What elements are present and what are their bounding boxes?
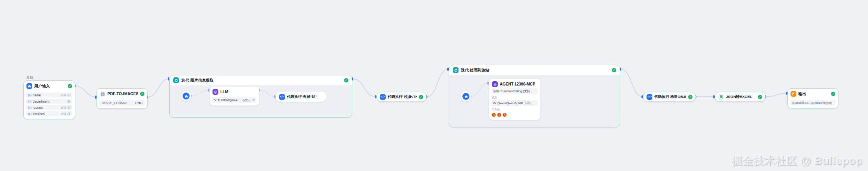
file-list-icon [67,112,70,115]
node-title: 代码执行 去掉"站" [287,94,323,99]
robot-icon [492,81,498,87]
model-selector[interactable]: Qwen/Qwen3-14B CHAT [492,100,538,106]
mcp-tool-clock-icon[interactable] [492,113,496,117]
model-settings-icon[interactable] [252,98,255,101]
node-llm[interactable]: LLM THUDM/glm-4.1v... CHAT [209,86,259,106]
variable-name: department [33,99,49,103]
success-check-icon: ✓ [612,68,616,72]
input-field-reason[interactable]: (x) reason 必填 [26,105,72,110]
required-label: 必填 [61,93,66,97]
watermark-text: 掘金技术社区 @ Bullepop [732,154,863,168]
iteration-icon [453,67,459,73]
model-selector[interactable]: THUDM/glm-4.1v... CHAT [212,97,257,103]
param-row-image-format[interactable]: IMAGE_FORMAT PNG [99,100,145,106]
home-icon [183,92,190,99]
output-flag-icon [791,91,796,97]
code-icon: </> [380,94,386,100]
success-check-icon: ✓ [68,84,72,88]
ref-variable: (x)files [811,101,820,105]
node-title: 代码执行 构造OBJECT [654,94,686,99]
model-provider-icon [493,101,496,105]
model-type-tag: CHAT [242,98,251,102]
home-icon [26,83,32,89]
strategy-value: FunctionCalling (支持 MCP ... [501,89,536,93]
code-icon: </> [279,94,285,100]
success-check-icon: ✓ [419,95,423,99]
tools-label: 工具箱 [492,108,538,112]
node-code-filter-think[interactable]: </> 代码执行 过滤<THINK> ✓ [376,92,427,102]
input-field-invoices[interactable]: (x) invoices 必填 [26,111,72,116]
edge-user-input-to-pdf[interactable] [75,86,96,97]
model-type-tag: CHAT [524,101,533,105]
input-field-department[interactable]: (x) department [26,99,72,104]
node-user-input[interactable]: 用户输入 ✓ (x) name 必填 (x) department [23,80,75,119]
success-check-icon: ✓ [688,95,692,99]
required-label: 必填 [61,112,66,116]
iteration-icon [173,77,179,83]
start-group-label: 开始 [26,75,33,80]
node-code-remove-station[interactable]: </> 代码执行 去掉"站" [276,92,327,102]
iteration-start-node[interactable] [181,91,191,101]
edge-iteration-extract-to-filter-think[interactable] [353,79,376,97]
node-json-to-excel[interactable]: JSON转EXCEL ✓ [715,92,766,102]
node-agent-12306-mcp[interactable]: AGENT 12306-MCP 策略 FunctionCalling (支持 M… [489,79,541,120]
image-tool-icon [100,91,105,97]
node-pdf-to-images[interactable]: PDF-TO-IMAGES ✓ IMAGE_FORMAT PNG [97,88,148,109]
success-check-icon: ✓ [344,78,348,82]
param-key: IMAGE_FORMAT [102,101,128,105]
ref-source-node: (x)Json转Ex... [792,101,810,105]
node-title: LLM [220,90,256,94]
variable-prefix: (x) [28,93,32,97]
agent-strategy[interactable]: 策略 FunctionCalling (支持 MCP ... [492,88,538,94]
node-title: 代码执行 过滤<THINK> [388,94,417,99]
node-code-build-object[interactable]: </> 代码执行 构造OBJECT ✓ [643,92,696,102]
variable-name: reason [33,106,43,110]
node-title: PDF-TO-IMAGES [107,92,138,96]
edge-json-excel-to-output[interactable] [766,93,787,97]
edges-layer [0,0,868,171]
node-title: AGENT 12306-MCP [500,82,538,86]
edge-iteration-arrival-to-build-object[interactable] [620,69,643,97]
variable-name: name [33,93,41,97]
edge-pdf-to-iteration-extract[interactable] [148,79,169,97]
agent-tools [492,113,538,117]
model-name: THUDM/glm-4.1v... [218,98,241,102]
node-title: JSON转EXCEL [726,94,756,99]
node-output[interactable]: 输出 ✓ (x)Json转Ex... (x)files Array[file] [787,88,838,108]
node-title: 输出 [798,91,829,97]
table-icon [718,94,724,100]
required-label: 必填 [61,106,66,110]
success-check-icon: ✓ [831,92,835,96]
success-check-icon: ✓ [140,92,144,96]
success-check-icon: ✓ [758,95,762,99]
home-icon [462,93,469,100]
variable-prefix: (x) [28,99,32,103]
iteration-title: 迭代 处理到达站 [461,68,610,73]
ref-type: Array[file] [820,101,832,105]
model-provider-icon [214,98,216,101]
iteration-title: 迭代 图片信息提取 [181,78,342,83]
paragraph-icon [67,100,70,103]
model-label: 模型 [492,96,538,99]
output-variable-ref[interactable]: (x)Json转Ex... (x)files Array[file] [790,100,836,105]
variable-name: invoices [33,112,45,116]
strategy-label: 策略 [493,89,499,93]
variable-prefix: (x) [28,106,32,109]
input-field-name[interactable]: (x) name 必填 [26,92,72,98]
llm-icon [213,89,218,95]
short-text-icon [67,106,70,109]
code-icon: </> [647,94,652,100]
short-text-icon [67,94,70,97]
variable-prefix: (x) [28,112,32,115]
mcp-tool-clock-icon[interactable] [503,113,507,117]
model-name: Qwen/Qwen3-14B [497,101,523,105]
param-value: PNG [135,101,142,105]
iteration-start-node[interactable] [461,91,471,101]
node-title: 用户输入 [34,84,66,89]
edge-filter-think-to-iteration-arrival[interactable] [427,69,448,97]
workflow-canvas[interactable]: 开始 用户输入 ✓ (x) name 必填 (x) department [0,0,868,171]
mcp-tool-clock-icon[interactable] [497,113,501,117]
